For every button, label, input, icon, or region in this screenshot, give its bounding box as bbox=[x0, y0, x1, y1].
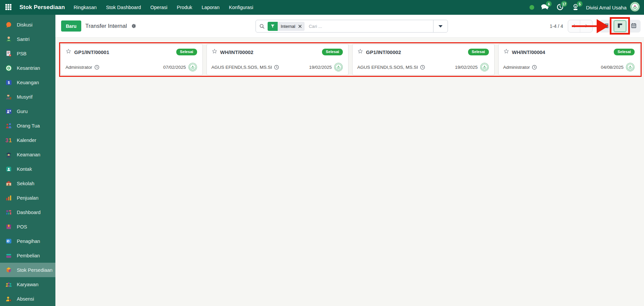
sidebar-item-pos[interactable]: POS bbox=[0, 219, 55, 234]
sidebar-item-karyawan[interactable]: Karyawan bbox=[0, 277, 55, 292]
navbar-menu-konfigurasi[interactable]: Konfigurasi bbox=[229, 5, 254, 10]
sidebar-item-label: Santri bbox=[17, 37, 30, 42]
search-facet-label: Internal bbox=[278, 22, 298, 31]
kanban-view-button[interactable] bbox=[613, 20, 627, 33]
list-view-icon bbox=[603, 22, 609, 30]
kanban-card[interactable]: WH/INT/00002SelesaiAGUS EFENDI,S.SOS, MS… bbox=[206, 44, 349, 75]
card-reference: GP1/INT/00002 bbox=[366, 49, 401, 55]
navbar-menu-stok-dashboard[interactable]: Stok Dashboard bbox=[106, 5, 141, 10]
sidebar-item-penagihan[interactable]: $Penagihan bbox=[0, 234, 55, 248]
clock-icon[interactable] bbox=[532, 64, 537, 70]
user-menu[interactable]: Divisi Amal Usaha bbox=[586, 2, 640, 13]
sidebar: DiskusiSantriPSBKesantrian$KeuanganMusyr… bbox=[0, 15, 55, 306]
avatar bbox=[626, 63, 635, 71]
pager-previous-button[interactable] bbox=[568, 20, 580, 32]
messages-badge: 6 bbox=[546, 1, 552, 7]
sidebar-item-psb[interactable]: PSB bbox=[0, 46, 55, 61]
navbar-menus: RingkasanStok DashboardOperasiProdukLapo… bbox=[74, 5, 253, 10]
new-button[interactable]: Baru bbox=[61, 20, 81, 32]
sidebar-item-stok-persediaan[interactable]: Stok Persediaan bbox=[0, 263, 55, 277]
kanban-card[interactable]: GP1/INT/00002SelesaiAGUS EFENDI,S.SOS, M… bbox=[352, 44, 495, 75]
avatar bbox=[480, 63, 489, 71]
sidebar-item-diskusi[interactable]: Diskusi bbox=[0, 17, 55, 32]
sidebar-item-label: PSB bbox=[17, 51, 27, 56]
presence-dot-icon bbox=[530, 5, 534, 10]
sekolah-icon bbox=[5, 180, 13, 188]
sidebar-item-orang-tua[interactable]: Orang Tua bbox=[0, 118, 55, 133]
svg-text:3: 3 bbox=[5, 137, 8, 143]
santri-icon bbox=[5, 35, 13, 43]
sidebar-item-santri[interactable]: Santri bbox=[0, 32, 55, 46]
sidebar-item-keuangan[interactable]: $Keuangan bbox=[0, 75, 55, 90]
sidebar-item-kesantrian[interactable]: Kesantrian bbox=[0, 61, 55, 75]
kanban-card[interactable]: WH/INT/00004SelesaiAdministrator04/08/20… bbox=[498, 44, 641, 75]
kalender-icon: 31 bbox=[5, 136, 13, 144]
sidebar-item-kalender[interactable]: 31Kalender bbox=[0, 133, 55, 147]
pembelian-icon bbox=[5, 252, 13, 260]
navbar-menu-laporan[interactable]: Laporan bbox=[202, 5, 220, 10]
status-badge: Selesai bbox=[176, 49, 197, 55]
gear-icon[interactable] bbox=[131, 23, 137, 29]
sidebar-item-dashboard[interactable]: Dashboard bbox=[0, 205, 55, 219]
messages-button[interactable]: 6 bbox=[540, 2, 550, 12]
clock-icon[interactable] bbox=[420, 64, 425, 70]
absensi-icon bbox=[5, 295, 13, 303]
star-icon[interactable] bbox=[65, 48, 72, 56]
sidebar-item-absensi[interactable]: Absensi bbox=[0, 292, 55, 306]
karyawan-icon bbox=[5, 280, 13, 289]
sidebar-item-penjualan[interactable]: Penjualan bbox=[0, 191, 55, 205]
sidebar-item-musyrif[interactable]: Musyrif bbox=[0, 90, 55, 104]
sidebar-item-label: Penjualan bbox=[17, 195, 39, 201]
calendar-view-icon bbox=[631, 22, 637, 30]
requests-button[interactable]: s 5 bbox=[570, 2, 581, 12]
card-responsible: Administrator bbox=[65, 65, 92, 70]
status-badge: Selesai bbox=[614, 49, 635, 55]
pager-next-button[interactable] bbox=[580, 20, 592, 32]
avatar bbox=[630, 2, 640, 13]
star-icon[interactable] bbox=[212, 48, 218, 56]
navbar-menu-produk[interactable]: Produk bbox=[177, 5, 192, 10]
calendar-view-button[interactable] bbox=[627, 20, 641, 33]
sidebar-item-guru[interactable]: Guru bbox=[0, 104, 55, 118]
chevron-right-icon bbox=[584, 23, 589, 30]
kanban-view-icon bbox=[617, 22, 623, 30]
sidebar-item-label: Guru bbox=[17, 109, 28, 114]
sidebar-item-sekolah[interactable]: Sekolah bbox=[0, 176, 55, 191]
svg-text:1: 1 bbox=[9, 137, 12, 143]
penjualan-icon bbox=[5, 194, 13, 202]
kanban-card[interactable]: GP1/INT/00001SelesaiAdministrator07/02/2… bbox=[60, 44, 203, 75]
search-icon bbox=[259, 23, 265, 29]
apps-menu-button[interactable] bbox=[3, 2, 13, 12]
search-bar[interactable]: Internal Cari ... bbox=[256, 20, 448, 33]
card-date: 19/02/2025 bbox=[309, 65, 332, 70]
psb-icon bbox=[5, 50, 13, 58]
search-dropdown-toggle[interactable] bbox=[433, 20, 448, 32]
sidebar-item-label: Stok Persediaan bbox=[17, 267, 52, 273]
activities-badge: 17 bbox=[561, 1, 567, 7]
sidebar-item-kontak[interactable]: Kontak bbox=[0, 162, 55, 176]
guru-icon bbox=[5, 107, 13, 115]
sidebar-item-label: Kontak bbox=[17, 166, 32, 172]
navbar-menu-ringkasan[interactable]: Ringkasan bbox=[74, 5, 97, 10]
pager bbox=[568, 20, 593, 33]
star-icon[interactable] bbox=[357, 48, 363, 56]
apps-grid-icon bbox=[5, 4, 12, 11]
chevron-left-icon bbox=[571, 23, 577, 30]
sidebar-item-label: Kesantrian bbox=[17, 65, 40, 71]
list-view-button[interactable] bbox=[599, 20, 613, 33]
sidebar-item-label: Kalender bbox=[17, 138, 36, 143]
sidebar-item-pembelian[interactable]: Pembelian bbox=[0, 248, 55, 263]
clock-icon[interactable] bbox=[274, 64, 279, 70]
svg-text:s: s bbox=[575, 5, 577, 8]
kontak-icon bbox=[5, 165, 13, 173]
app-title[interactable]: Stok Persediaan bbox=[19, 4, 65, 11]
clock-icon[interactable] bbox=[94, 64, 100, 70]
sidebar-item-keamanan[interactable]: Keamanan bbox=[0, 147, 55, 162]
remove-facet-icon[interactable] bbox=[298, 22, 305, 31]
card-responsible: Administrator bbox=[503, 65, 530, 70]
navbar-menu-operasi[interactable]: Operasi bbox=[150, 5, 168, 10]
star-icon[interactable] bbox=[503, 48, 509, 56]
status-badge: Selesai bbox=[322, 49, 343, 55]
requests-badge: 5 bbox=[577, 1, 583, 7]
activities-button[interactable]: 17 bbox=[555, 2, 565, 12]
